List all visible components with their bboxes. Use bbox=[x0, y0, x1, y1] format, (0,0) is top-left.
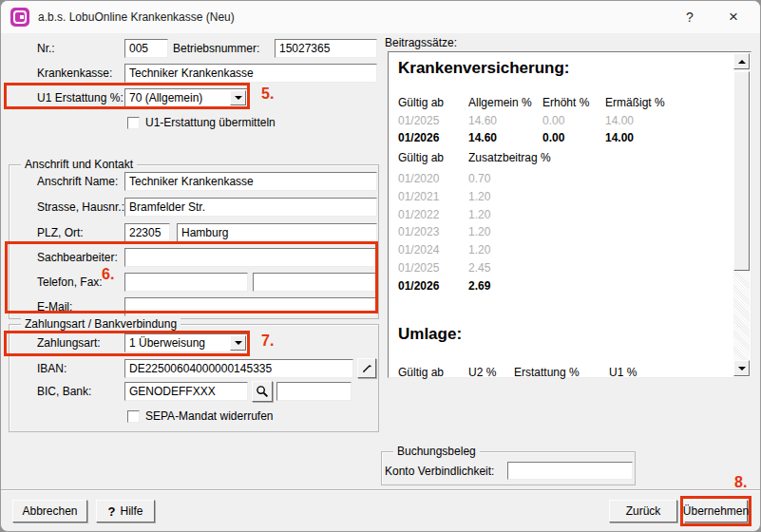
dialog-window: a.b.s. LobuOnline Krankenkasse (Neu) ? ×… bbox=[0, 0, 761, 532]
zusatz-header-gueltig: Gültig ab bbox=[398, 151, 468, 164]
zahlungsart-label: Zahlungsart: bbox=[37, 333, 101, 352]
app-icon bbox=[10, 8, 29, 27]
app-icon-dot bbox=[20, 15, 24, 19]
anschrift-name-input[interactable] bbox=[124, 172, 377, 191]
question-mark-icon: ? bbox=[108, 504, 116, 519]
umlage-table-header: Gültig ab U2 % Erstattung % U1 % bbox=[398, 366, 722, 379]
kv-header-ermaessigt: Ermäßigt % bbox=[605, 96, 722, 109]
chevron-down-icon bbox=[235, 341, 242, 345]
strasse-label: Strasse, Hausnr.: bbox=[37, 198, 124, 217]
bank-name-input[interactable] bbox=[276, 382, 352, 401]
zusatz-table-row: 01/20200.70 bbox=[398, 172, 722, 185]
u1-uebermitteln-checkbox[interactable] bbox=[127, 117, 140, 129]
abbrechen-button[interactable]: Abbrechen bbox=[12, 500, 87, 522]
zusatz-table-row: 01/20221.20 bbox=[398, 208, 722, 221]
konto-label: Konto Verbindlichkeit: bbox=[385, 462, 494, 481]
anschrift-group-label: Anschrift und Kontakt bbox=[21, 158, 137, 171]
iban-input[interactable] bbox=[124, 359, 353, 378]
kv-header-erhoeht: Erhöht % bbox=[542, 96, 605, 109]
zahlungsart-dropdown-button[interactable] bbox=[230, 335, 246, 351]
fax-input[interactable] bbox=[253, 273, 377, 292]
scroll-down-icon bbox=[738, 367, 746, 370]
chevron-down-icon bbox=[235, 96, 242, 100]
window-help-button[interactable]: ? bbox=[675, 5, 704, 29]
bank-search-button[interactable] bbox=[252, 381, 273, 402]
nr-label: Nr.: bbox=[37, 39, 55, 58]
beitragssaetze-panel: Krankenversicherung: Gültig ab Allgemein… bbox=[388, 51, 751, 378]
iban-label: IBAN: bbox=[37, 359, 67, 378]
iban-edit-button[interactable] bbox=[357, 358, 376, 378]
kv-table-row: 01/2025 14.60 0.00 14.00 bbox=[398, 114, 722, 127]
beitragssaetze-label: Beitragssätze: bbox=[385, 33, 457, 52]
umlage-header-u2: U2 % bbox=[468, 366, 514, 379]
plz-input[interactable] bbox=[124, 223, 170, 242]
strasse-input[interactable] bbox=[124, 198, 377, 217]
annotation-number-5: 5. bbox=[261, 86, 274, 103]
konto-input[interactable] bbox=[507, 462, 633, 480]
dialog-body: Nr.: Betriebsnummer: Krankenkasse: U1 Er… bbox=[1, 33, 760, 531]
scroll-down-button[interactable] bbox=[733, 360, 750, 376]
krankenversicherung-title: Krankenversicherung: bbox=[398, 59, 569, 78]
window-title: a.b.s. LobuOnline Krankenkasse (Neu) bbox=[38, 10, 235, 24]
kv-header-gueltig: Gültig ab bbox=[398, 96, 468, 109]
sepa-mandat-label: SEPA-Mandat widerrufen bbox=[145, 409, 274, 424]
zahlungsart-group-label: Zahlungsart / Bankverbindung bbox=[21, 317, 181, 331]
uebernehmen-button[interactable]: Übernehmen bbox=[684, 500, 748, 522]
umlage-header-gueltig: Gültig ab bbox=[398, 366, 468, 379]
nr-input[interactable] bbox=[124, 39, 168, 58]
email-input[interactable] bbox=[124, 297, 377, 316]
betriebsnummer-input[interactable] bbox=[275, 39, 377, 58]
zurueck-button[interactable]: Zurück bbox=[609, 500, 677, 522]
zusatz-table-row: 01/20241.20 bbox=[398, 243, 722, 256]
kv-table-header: Gültig ab Allgemein % Erhöht % Ermäßigt … bbox=[398, 96, 722, 109]
titlebar: a.b.s. LobuOnline Krankenkasse (Neu) ? × bbox=[1, 1, 760, 33]
zusatz-table-row: 01/20262.69 bbox=[398, 279, 722, 293]
umlage-header-u1: U1 % bbox=[609, 366, 722, 379]
scroll-up-icon bbox=[738, 60, 746, 64]
u1-erstattung-value: 70 (Allgemein) bbox=[125, 91, 230, 104]
help-icon: ? bbox=[686, 10, 694, 25]
sepa-mandat-checkbox[interactable] bbox=[127, 410, 140, 423]
sachbearbeiter-label: Sachbearbeiter: bbox=[37, 248, 118, 267]
search-icon bbox=[256, 385, 269, 398]
u1-uebermitteln-label: U1-Erstattung übermitteln bbox=[145, 116, 276, 130]
zusatz-table-header: Gültig ab Zusatzbeitrag % bbox=[398, 151, 722, 164]
umlage-header-erstattung: Erstattung % bbox=[514, 366, 609, 379]
pencil-icon bbox=[361, 363, 372, 374]
close-icon: × bbox=[729, 8, 738, 27]
kv-table-row: 01/2026 14.60 0.00 14.00 bbox=[398, 131, 722, 144]
u1-erstattung-dropdown[interactable]: 70 (Allgemein) bbox=[124, 88, 248, 107]
umlage-title: Umlage: bbox=[398, 325, 462, 344]
email-label: E-Mail: bbox=[37, 297, 72, 316]
window-close-button[interactable]: × bbox=[719, 5, 748, 29]
hilfe-button[interactable]: ? Hilfe bbox=[96, 500, 155, 522]
telefon-fax-label: Telefon, Fax: bbox=[37, 273, 103, 292]
anschrift-name-label: Anschrift Name: bbox=[37, 172, 118, 191]
krankenkasse-label: Krankenkasse: bbox=[37, 64, 112, 83]
scrollbar-thumb[interactable] bbox=[733, 71, 750, 271]
zusatz-table-row: 01/20252.45 bbox=[398, 261, 722, 275]
panel-scrollbar[interactable] bbox=[733, 53, 750, 376]
annotation-number-7: 7. bbox=[261, 332, 274, 350]
zusatz-header-beitrag: Zusatzbeitrag % bbox=[468, 151, 722, 164]
betriebsnummer-label: Betriebsnummer: bbox=[173, 39, 259, 58]
buchungsbeleg-group-label: Buchungsbeleg bbox=[393, 445, 480, 458]
ort-input[interactable] bbox=[177, 223, 377, 242]
annotation-number-8: 8. bbox=[734, 474, 747, 491]
bic-bank-label: BIC, Bank: bbox=[37, 382, 91, 401]
krankenkasse-input[interactable] bbox=[124, 64, 377, 83]
plz-ort-label: PLZ, Ort: bbox=[37, 223, 84, 242]
u1-dropdown-button[interactable] bbox=[230, 90, 246, 105]
telefon-input[interactable] bbox=[124, 273, 248, 292]
bic-input[interactable] bbox=[124, 382, 248, 401]
zahlungsart-dropdown[interactable]: 1 Überweisung bbox=[124, 333, 248, 352]
zusatz-table-row: 01/20211.20 bbox=[398, 190, 722, 203]
zusatz-table-row: 01/20231.20 bbox=[398, 225, 722, 238]
kv-header-allgemein: Allgemein % bbox=[468, 96, 542, 109]
annotation-number-6: 6. bbox=[102, 266, 114, 283]
footer-separator-highlight bbox=[1, 490, 761, 491]
sachbearbeiter-input[interactable] bbox=[124, 248, 377, 267]
u1-erstattung-label: U1 Erstattung %: bbox=[37, 88, 124, 107]
zahlungsart-value: 1 Überweisung bbox=[125, 336, 230, 350]
scroll-up-button[interactable] bbox=[733, 53, 750, 69]
